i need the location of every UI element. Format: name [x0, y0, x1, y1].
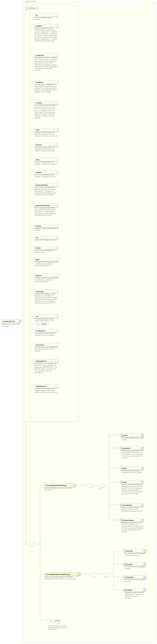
attr-derivedfrom: derivedfrom — [35, 359, 58, 363]
any-el-desc: Extension point for provider-defined pro… — [48, 625, 72, 630]
attr-literal: literal — [35, 246, 58, 250]
attr-relevance: relevance — [35, 343, 58, 347]
minus-icon[interactable]: − — [19, 320, 21, 322]
attr-custom: custom — [35, 101, 58, 105]
occ-conceptrel: 0..∞ — [104, 577, 107, 578]
dot-icon: • — [120, 519, 122, 522]
elem-sameas[interactable]: •sameAs+ — [125, 549, 145, 553]
attr-creator: creator — [35, 24, 58, 28]
elem-desc-facet: In NAR 1.8 and later, facet is deprecate… — [121, 484, 144, 494]
attr-desc-3: The date (and, optionally, the time) whe… — [35, 84, 58, 93]
elem-remoteinfo[interactable]: •remoteInfo+ — [121, 503, 142, 507]
dot-icon: • — [123, 589, 126, 591]
elem-desc-related: A related concept, where the relationshi… — [125, 592, 147, 599]
type-label: AudienceType — [24, 0, 37, 2]
attr-desc-post-3: A qualifier which indicates the expected… — [35, 388, 58, 393]
elem-hierarchyinfo[interactable]: •hierarchyInfo+ — [121, 518, 142, 522]
attr-modified: modified — [35, 80, 58, 84]
root-desc: An excluded audience for the content. — [2, 324, 21, 327]
plus-icon[interactable]: + — [141, 519, 144, 522]
attr-qcode: qcode — [35, 224, 58, 228]
plus-icon[interactable]: + — [141, 447, 144, 450]
elem-desc-sameAs: An identifier of a concept with equivale… — [125, 553, 147, 556]
attr-desc-1: If the property value is not defined, sp… — [35, 28, 58, 42]
attr-confidence: confidence — [35, 329, 58, 333]
attr-how: how — [35, 128, 58, 132]
elem-facet[interactable]: •facet+ — [121, 480, 142, 484]
attr-desc-5: Indicates by which means the value was e… — [35, 132, 58, 137]
choice-concept-def: ·|· — [99, 484, 105, 488]
attr-uri: uri — [35, 236, 58, 240]
attr-desc-12: A URI which identifies a concept. — [35, 239, 58, 241]
attr-pubconstraint: pubconstraint — [35, 183, 58, 187]
attr-significance: significance — [35, 384, 58, 388]
seq-concept-def: ··· — [87, 484, 93, 488]
attr-desc-post-1: The relevance of the metadata to the new… — [35, 346, 58, 352]
any-other-element: any ##other — [48, 619, 63, 622]
attr-creatoruri: creatoruri — [35, 53, 58, 57]
elem-desc-remoteInfo: A link to an item or a web resource whic… — [121, 507, 144, 512]
elem-related[interactable]: •related+ — [125, 588, 145, 592]
attr-typeuri: typeuri — [35, 274, 58, 278]
attributes-label: attributes — [29, 7, 36, 9]
concept-def-desc: A group of properties required to define… — [45, 487, 73, 491]
plus-icon[interactable]: + — [144, 576, 146, 578]
root-node[interactable]: exclAudience − — [2, 320, 20, 323]
attr-desc-10: One or many constraints that apply to pu… — [35, 207, 58, 216]
dot-icon: • — [123, 550, 126, 552]
any-prefix: any — [37, 323, 39, 325]
attr-desc-2: If the attribute is empty, specifies whi… — [35, 57, 58, 71]
elem-desc-note: Additional natural language information … — [121, 470, 144, 474]
elem-broader[interactable]: •broader+ — [125, 562, 145, 566]
elem-desc-name: A natural language name for the concept. — [121, 437, 144, 440]
attr-dir: dir — [35, 314, 58, 318]
elem-definition[interactable]: •definition+ — [121, 446, 142, 450]
dot-icon: • — [123, 576, 126, 578]
attr-desc-0: The local identifier of the property. — [35, 17, 58, 20]
attr-desc-post-0: The confidence with which the metadata h… — [35, 332, 58, 336]
attr-id: id — [35, 13, 58, 17]
plus-icon[interactable]: + — [144, 563, 146, 566]
concept-rel-label: ConceptRelationshipsGroup — [46, 573, 70, 575]
any-el-label: ##other — [54, 620, 61, 622]
plus-icon[interactable]: + — [141, 434, 144, 436]
dot-icon: • — [120, 467, 122, 470]
attr-desc-11: A qualified code which identifies a conc… — [35, 228, 58, 231]
any-prefix-el: any — [50, 620, 53, 622]
concept-definition-group[interactable]: ConceptDefinitionGroup − — [45, 484, 75, 487]
attr-desc-13: A free-text value assigned as property v… — [35, 250, 58, 253]
box-icon — [26, 7, 28, 9]
attr-desc-6: Indicates by which means the value was e… — [35, 146, 58, 152]
any-el-occ: 0..∞ — [57, 623, 60, 624]
dot-icon: • — [120, 504, 122, 506]
concept-relationships-group[interactable]: ConceptRelationshipsGroup − — [45, 572, 79, 576]
elem-narrower[interactable]: •narrower+ — [125, 575, 145, 579]
elem-desc-hierarchyInfo: Represents the position of a concept in … — [121, 522, 144, 533]
attr-desc-14: The type of the concept assigned as cont… — [35, 261, 58, 266]
dot-icon: • — [120, 434, 122, 436]
any-attr-label: ##other — [41, 323, 47, 325]
elem-name[interactable]: •name+ — [121, 434, 142, 437]
plus-icon[interactable]: + — [144, 550, 146, 552]
plus-icon[interactable]: + — [144, 589, 146, 591]
elem-note[interactable]: •note+ — [121, 466, 142, 470]
attr-desc-9: One or many constraints that apply to pu… — [35, 187, 58, 196]
attr-desc-8: Why the metadata has been included - exp… — [35, 174, 58, 178]
dot-icon: • — [123, 563, 126, 566]
dot-icon: • — [120, 447, 122, 450]
attr-desc-7: Why the metadata has been included - exp… — [35, 162, 58, 165]
attr-desc-15: The type of the concept assigned as cont… — [35, 277, 58, 282]
plus-icon[interactable]: + — [141, 504, 144, 506]
dot-icon: • — [120, 481, 122, 484]
minus-icon[interactable]: − — [73, 484, 76, 486]
attributes-box[interactable]: attributes — [25, 7, 38, 10]
attr-desc-16: Specifies the language of this property … — [35, 293, 58, 304]
plus-icon[interactable]: + — [141, 467, 144, 470]
plus-icon[interactable]: + — [141, 481, 144, 484]
elem-desc-definition: A natural language definition of the sem… — [121, 450, 144, 459]
elem-desc-broader: An identifier of a more generic concept. — [125, 566, 147, 570]
any-other-attr: any ##other — [35, 322, 49, 326]
minus-icon[interactable]: − — [78, 573, 80, 576]
elem-desc-narrower: An identifier of a more specific concept… — [125, 579, 147, 582]
root-node-label: exclAudience — [3, 320, 15, 322]
